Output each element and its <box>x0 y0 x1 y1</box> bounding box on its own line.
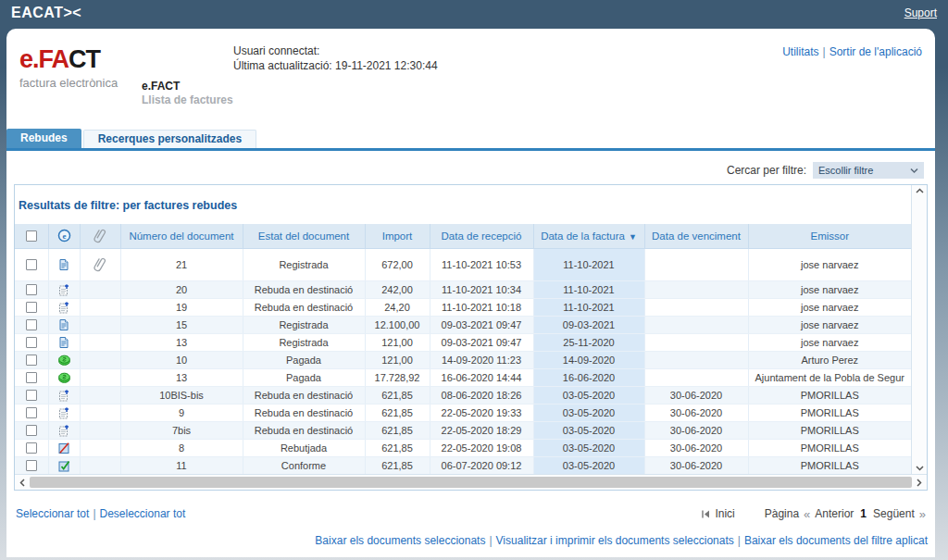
cell-emissor: jose narvaez <box>748 298 911 316</box>
column-header-recepcio[interactable]: Data de recepció <box>430 224 533 248</box>
cell-attachment <box>80 386 120 404</box>
column-header-venciment[interactable]: Data de venciment <box>644 224 748 248</box>
row-checkbox[interactable] <box>26 319 37 330</box>
cell-venciment: 30-06-2020 <box>644 404 748 421</box>
invoice-received-icon[interactable] <box>57 301 70 314</box>
scroll-up-icon[interactable] <box>916 188 924 193</box>
row-checkbox[interactable] <box>26 284 37 295</box>
column-header-estat[interactable]: Estat del document <box>243 224 365 248</box>
cell-recepcio: 11-10-2021 10:34 <box>430 280 533 298</box>
tab-rebudes[interactable]: Rebudes <box>6 129 81 148</box>
row-checkbox[interactable] <box>26 372 37 383</box>
user-connected-label: Usuari connectat: <box>233 44 438 58</box>
invoice-received-icon[interactable] <box>57 406 70 419</box>
chevrons-left-icon[interactable]: « <box>804 507 810 521</box>
row-checkbox[interactable] <box>26 425 37 436</box>
tab-label: Rebudes <box>20 131 68 144</box>
row-checkbox[interactable] <box>26 259 37 270</box>
invoice-received-icon[interactable] <box>57 389 70 402</box>
cell-select <box>15 421 48 439</box>
support-link[interactable]: Suport <box>904 6 937 19</box>
pagination-next[interactable]: Següent <box>873 507 915 520</box>
cell-venciment <box>644 333 748 351</box>
cell-import: 621,85 <box>365 456 430 474</box>
cell-num: 11 <box>120 456 243 474</box>
cell-select <box>15 316 48 333</box>
column-header-import[interactable]: Import <box>365 224 430 248</box>
cell-num: 19 <box>120 298 243 316</box>
cell-recepcio: 14-09-2020 11:23 <box>430 351 533 368</box>
select-all-link[interactable]: Seleccionar tot <box>16 507 89 520</box>
scroll-down-icon[interactable] <box>916 466 924 471</box>
filter-select[interactable]: Escollir filtre <box>813 162 924 179</box>
cell-status-icon <box>48 439 80 456</box>
invoice-received-icon[interactable] <box>57 424 70 437</box>
row-checkbox[interactable] <box>26 460 37 471</box>
vertical-scrollbar[interactable] <box>911 185 927 474</box>
invoice-approved-icon[interactable] <box>57 459 70 472</box>
cell-estat: Rebuda en destinació <box>243 386 365 404</box>
utilities-link[interactable]: Utilitats <box>782 45 818 58</box>
chevrons-right-icon[interactable]: » <box>919 507 926 521</box>
invoice-rejected-icon[interactable] <box>57 442 70 454</box>
invoice-paid-icon[interactable] <box>57 354 71 367</box>
column-header-num[interactable]: Número del document <box>120 224 243 248</box>
table-row: 8Rebutjada621,8522-05-2020 19:0803-05-20… <box>15 439 911 456</box>
pagination-prev[interactable]: Anterior <box>815 507 854 520</box>
invoice-registered-icon[interactable] <box>57 336 70 349</box>
cell-select <box>15 248 48 280</box>
header-select-cell <box>15 224 48 248</box>
row-checkbox[interactable] <box>26 442 37 454</box>
cell-select <box>15 351 48 368</box>
column-header-label: Emissor <box>810 230 849 242</box>
invoice-registered-icon[interactable] <box>57 258 70 271</box>
horizontal-scroll-thumb[interactable] <box>30 477 912 488</box>
link-separator: | <box>738 534 741 547</box>
action-link-baixar-els-documents-del-filtre-aplicat[interactable]: Baixar els documents del filtre aplicat <box>744 534 928 547</box>
deselect-all-link[interactable]: Deseleccionar tot <box>100 507 186 520</box>
select-all-checkbox[interactable] <box>26 230 37 242</box>
breadcrumb-page: Llista de factures <box>142 93 233 107</box>
cell-factura: 11-10-2021 <box>533 280 644 298</box>
efact-logo-dark: CT <box>69 45 100 73</box>
pagination-first[interactable]: Inici <box>715 507 734 520</box>
cell-import: 121,00 <box>365 351 430 368</box>
row-checkbox[interactable] <box>26 337 37 348</box>
eacat-logo: EACAT>< <box>11 5 81 21</box>
cell-venciment <box>644 368 748 386</box>
cell-num: 9 <box>120 404 243 421</box>
cell-recepcio: 11-10-2021 10:18 <box>430 298 533 316</box>
cell-attachment <box>80 316 120 333</box>
cell-import: 621,85 <box>365 421 430 439</box>
cell-venciment: 30-06-2020 <box>644 421 748 439</box>
scroll-right-icon[interactable] <box>917 479 922 487</box>
breadcrumb-app: e.FACT <box>142 80 233 93</box>
cell-attachment <box>80 351 120 368</box>
header-attachment-cell <box>80 224 120 248</box>
action-link-baixar-els-documents-seleccionats[interactable]: Baixar els documents seleccionats <box>315 534 485 547</box>
cell-factura: 03-05-2020 <box>533 456 644 474</box>
column-header-emissor[interactable]: Emissor <box>748 224 911 248</box>
cell-status-icon <box>48 404 80 421</box>
row-checkbox[interactable] <box>26 302 37 313</box>
paperclip-icon[interactable] <box>94 257 106 272</box>
column-header-factura[interactable]: Data de la factura▼ <box>533 224 644 248</box>
cell-num: 7bis <box>120 421 243 439</box>
cell-venciment: 30-06-2020 <box>644 456 748 474</box>
invoice-registered-icon[interactable] <box>57 318 70 331</box>
scroll-left-icon[interactable] <box>19 479 25 487</box>
invoice-paid-icon[interactable] <box>57 371 71 384</box>
tab-recerques-personalitzades[interactable]: Recerques personalitzades <box>83 130 256 148</box>
invoice-received-icon[interactable] <box>57 283 70 296</box>
action-link-visualitzar-i-imprimir-els-documents-seleccionats[interactable]: Visualitzar i imprimir els documents sel… <box>496 534 734 547</box>
row-checkbox[interactable] <box>26 355 37 366</box>
cell-emissor: jose narvaez <box>748 248 911 280</box>
row-checkbox[interactable] <box>26 407 37 418</box>
breadcrumb: e.FACT Llista de factures <box>142 80 233 107</box>
exit-link[interactable]: Sortir de l'aplicació <box>830 45 922 58</box>
cell-select <box>15 386 48 404</box>
horizontal-scrollbar[interactable] <box>15 474 927 490</box>
cell-recepcio: 08-06-2020 18:26 <box>430 386 533 404</box>
first-page-icon[interactable] <box>701 510 710 518</box>
row-checkbox[interactable] <box>26 390 37 401</box>
